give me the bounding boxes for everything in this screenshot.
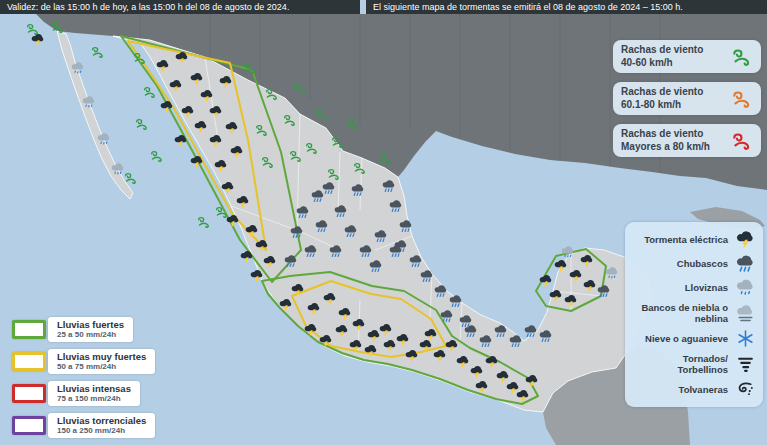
weather-legend-label: Tormenta eléctrica [644, 234, 728, 245]
wind-gust-label: Rachas de vientoMayores a 80 km/h [621, 128, 710, 153]
rainfall-legend-item: Lluvias fuertes25 a 50 mm/24h [12, 317, 155, 342]
rainfall-swatch [12, 384, 46, 403]
weather-symbols-legend: Tormenta eléctricaChubascosLloviznasBanc… [625, 222, 763, 407]
next-issue-text: El siguiente mapa de tormentas se emitir… [366, 0, 767, 14]
rainfall-legend-item: Lluvias intensas75 a 150 mm/24h [12, 381, 155, 406]
weather-legend-label: Tornados/ Torbellinos [678, 353, 729, 375]
weather-legend-item: Lloviznas [633, 278, 755, 297]
rainfall-swatch [12, 416, 46, 435]
wind-gust-icon [731, 46, 753, 68]
rainfall-label: Lluvias fuertes25 a 50 mm/24h [48, 317, 133, 342]
weather-legend-label: Bancos de niebla o neblina [633, 302, 728, 324]
rainfall-legend-item: Lluvias muy fuertes50 a 75 mm/24h [12, 349, 155, 374]
validity-text: Validez: de las 15:00 h de hoy, a las 15… [0, 0, 360, 14]
weather-legend-label: Nieve o aguanieve [645, 333, 728, 344]
weather-legend-item: Nieve o aguanieve [633, 329, 755, 348]
storm-icon [736, 230, 755, 249]
weather-legend-label: Lloviznas [685, 282, 728, 293]
wind-gust-icon [731, 88, 753, 110]
wind-gust-legend-item: Rachas de viento60.1-80 km/h [613, 82, 761, 115]
weather-legend-label: Chubascos [677, 258, 728, 269]
rainfall-legend-item: Lluvias torrenciales150 a 250 mm/24h [12, 413, 155, 438]
storm-forecast-map-page: Validez: de las 15:00 h de hoy, a las 15… [0, 0, 767, 445]
wind-gust-legend: Rachas de viento40-60 km/hRachas de vien… [613, 40, 761, 157]
wind-gust-label: Rachas de viento60.1-80 km/h [621, 86, 703, 111]
drizzle-icon [736, 278, 755, 297]
weather-legend-item: Bancos de niebla o neblina [633, 302, 755, 324]
wind-gust-legend-item: Rachas de vientoMayores a 80 km/h [613, 124, 761, 157]
header-bar: Validez: de las 15:00 h de hoy, a las 15… [0, 0, 767, 14]
fog-icon [736, 304, 755, 323]
weather-legend-label: Tolvaneras [679, 384, 728, 395]
rainfall-label: Lluvias muy fuertes50 a 75 mm/24h [48, 349, 155, 374]
weather-legend-item: Chubascos [633, 254, 755, 273]
shower-icon [736, 254, 755, 273]
rainfall-swatch [12, 320, 46, 339]
dust-icon [736, 380, 755, 399]
weather-legend-item: Tornados/ Torbellinos [633, 353, 755, 375]
tornado-icon [736, 355, 755, 374]
snow-icon [736, 329, 755, 348]
rainfall-swatch [12, 352, 46, 371]
rainfall-label: Lluvias intensas75 a 150 mm/24h [48, 381, 140, 406]
weather-legend-item: Tormenta eléctrica [633, 230, 755, 249]
rainfall-label: Lluvias torrenciales150 a 250 mm/24h [48, 413, 155, 438]
rainfall-legend: Lluvias fuertes25 a 50 mm/24hLluvias muy… [12, 317, 155, 438]
wind-gust-legend-item: Rachas de viento40-60 km/h [613, 40, 761, 73]
wind-gust-icon [731, 130, 753, 152]
wind-gust-label: Rachas de viento40-60 km/h [621, 44, 703, 69]
weather-legend-item: Tolvaneras [633, 380, 755, 399]
